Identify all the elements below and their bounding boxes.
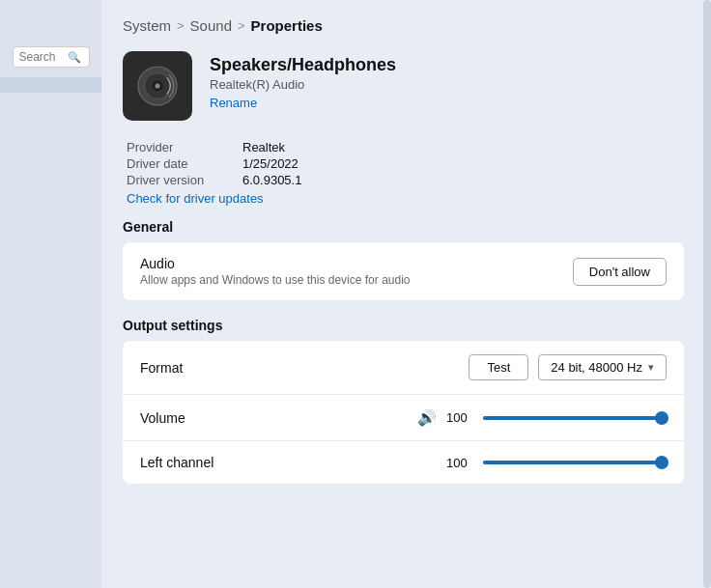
dont-allow-button[interactable]: Don't allow	[573, 258, 667, 286]
speaker-icon	[133, 62, 182, 110]
general-section-title: General	[123, 219, 684, 235]
left-channel-controls: 100	[446, 456, 667, 470]
search-input[interactable]	[19, 50, 68, 64]
device-name: Speakers/Headphones	[210, 55, 396, 75]
main-content: System > Sound > Properties Speakers	[101, 0, 711, 511]
date-label: Driver date	[127, 156, 242, 171]
check-driver-updates-link[interactable]: Check for driver updates	[127, 191, 684, 206]
left-channel-slider-track	[483, 461, 662, 464]
driver-info: Provider Realtek Driver date 1/25/2022 D…	[127, 140, 684, 206]
test-button[interactable]: Test	[469, 354, 528, 380]
volume-controls: 🔊 100	[417, 408, 667, 427]
volume-slider[interactable]	[483, 416, 667, 420]
audio-row: Audio Allow apps and Windows to use this…	[123, 242, 684, 300]
breadcrumb-properties: Properties	[251, 17, 323, 34]
sidebar-search[interactable]: 🔍	[13, 46, 90, 68]
version-label: Driver version	[127, 173, 242, 187]
scrollbar[interactable]	[703, 0, 711, 588]
volume-icon: 🔊	[417, 408, 437, 427]
provider-label: Provider	[127, 140, 242, 154]
general-card: Audio Allow apps and Windows to use this…	[123, 242, 684, 300]
audio-row-text: Audio Allow apps and Windows to use this…	[140, 256, 411, 287]
volume-label: Volume	[140, 410, 185, 426]
format-value: 24 bit, 48000 Hz	[551, 360, 642, 375]
output-settings-section-title: Output settings	[123, 318, 684, 333]
left-channel-slider[interactable]	[483, 461, 667, 464]
breadcrumb-sep2: >	[238, 18, 245, 33]
main-wrapper: System > Sound > Properties Speakers	[101, 0, 711, 588]
audio-sublabel: Allow apps and Windows to use this devic…	[140, 273, 411, 287]
provider-value: Realtek	[242, 140, 684, 154]
breadcrumb: System > Sound > Properties	[123, 17, 684, 34]
breadcrumb-sound[interactable]: Sound	[190, 17, 232, 34]
chevron-down-icon: ▾	[648, 361, 654, 374]
volume-value: 100	[446, 410, 473, 425]
left-channel-row: Left channel 100	[123, 441, 684, 484]
device-icon	[123, 51, 192, 121]
search-icon: 🔍	[68, 51, 81, 64]
svg-point-3	[156, 84, 160, 89]
version-value: 6.0.9305.1	[242, 173, 684, 187]
output-settings-card: Format Test 24 bit, 48000 Hz ▾ Volume 🔊 …	[123, 341, 684, 484]
device-subtitle: Realtek(R) Audio	[210, 77, 396, 92]
format-select-group: Test 24 bit, 48000 Hz ▾	[469, 354, 667, 380]
date-value: 1/25/2022	[242, 156, 684, 171]
volume-slider-thumb[interactable]	[655, 411, 668, 425]
audio-label: Audio	[140, 256, 411, 271]
volume-slider-fill	[483, 416, 658, 420]
format-label: Format	[140, 360, 183, 376]
left-channel-slider-thumb[interactable]	[655, 456, 668, 469]
rename-link[interactable]: Rename	[210, 96, 396, 110]
sidebar: 🔍	[0, 0, 101, 588]
left-channel-value: 100	[446, 456, 473, 470]
volume-row: Volume 🔊 100	[123, 395, 684, 441]
device-info: Speakers/Headphones Realtek(R) Audio Ren…	[210, 51, 396, 110]
device-header: Speakers/Headphones Realtek(R) Audio Ren…	[123, 51, 684, 121]
format-dropdown[interactable]: 24 bit, 48000 Hz ▾	[538, 354, 667, 380]
breadcrumb-sep1: >	[177, 18, 185, 33]
breadcrumb-system[interactable]: System	[123, 17, 171, 34]
format-row: Format Test 24 bit, 48000 Hz ▾	[123, 341, 684, 395]
volume-slider-track	[483, 416, 662, 420]
left-channel-label: Left channel	[140, 455, 213, 470]
left-channel-slider-fill	[483, 461, 658, 464]
sidebar-item-sound[interactable]	[0, 77, 101, 93]
